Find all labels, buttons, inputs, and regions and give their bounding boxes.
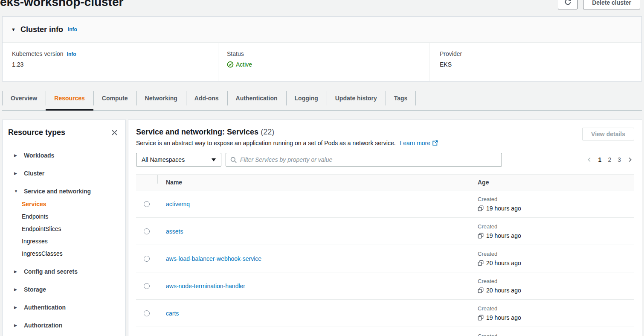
- copy-icon[interactable]: [478, 287, 484, 293]
- service-link[interactable]: aws-node-termination-handler: [166, 283, 245, 289]
- tab-update-history[interactable]: Update history: [327, 86, 386, 110]
- nav-group-cluster-label: Cluster: [24, 170, 44, 177]
- nav-item-services[interactable]: Services: [22, 201, 125, 207]
- active-tab-underline: [46, 109, 93, 111]
- services-filter: [226, 153, 502, 167]
- next-page-icon[interactable]: [627, 157, 632, 163]
- services-table-header: Name Age: [136, 174, 634, 190]
- chevron-right-icon: ▶: [14, 323, 18, 327]
- age-created-label: Created: [478, 278, 634, 284]
- age-value: 19 hours ago: [486, 232, 521, 239]
- chevron-right-icon: ▶: [14, 153, 18, 158]
- kubernetes-version-info-link[interactable]: Info: [67, 51, 76, 57]
- resource-types-panel: Resource types ▶ Workloads ▶ Cluster ▼ S…: [2, 120, 126, 336]
- column-header-age[interactable]: Age: [468, 179, 634, 186]
- refresh-icon: [564, 0, 571, 7]
- services-panel: Service and networking: Services (22) Se…: [128, 120, 642, 336]
- service-link[interactable]: activemq: [166, 201, 190, 207]
- service-link[interactable]: carts: [166, 310, 179, 317]
- nav-group-workloads[interactable]: ▶ Workloads: [3, 152, 125, 159]
- chevron-right-icon: ▶: [14, 269, 18, 274]
- tab-authentication[interactable]: Authentication: [227, 86, 286, 110]
- tab-networking[interactable]: Networking: [136, 86, 186, 110]
- page-number-2[interactable]: 2: [608, 156, 611, 163]
- status-value: Active: [236, 61, 252, 68]
- nav-group-config-and-secrets[interactable]: ▶ Config and secrets: [3, 268, 125, 275]
- nav-group-storage[interactable]: ▶ Storage: [3, 286, 125, 293]
- kubernetes-version-field: Kubernetes version Info 1.23: [3, 43, 218, 81]
- cluster-info-title: Cluster info: [20, 25, 63, 34]
- tab-resources[interactable]: Resources: [46, 86, 93, 110]
- cluster-info-card: ▼ Cluster info Info Kubernetes version I…: [2, 16, 642, 82]
- collapse-triangle-icon: ▼: [11, 27, 16, 32]
- row-radio[interactable]: [144, 228, 150, 234]
- table-row: activemq Created 19 hours ago: [136, 190, 634, 218]
- page-number-1[interactable]: 1: [598, 156, 602, 163]
- nav-group-authorization[interactable]: ▶ Authorization: [3, 322, 125, 329]
- tab-compute[interactable]: Compute: [93, 86, 136, 110]
- resource-types-nav: ▶ Workloads ▶ Cluster ▼ Service and netw…: [3, 152, 125, 329]
- row-radio[interactable]: [144, 201, 150, 207]
- services-filter-input[interactable]: [240, 156, 497, 163]
- page-title: eks-workshop-cluster: [0, 0, 123, 9]
- nav-group-storage-label: Storage: [24, 286, 46, 293]
- nav-item-endpoints[interactable]: Endpoints: [22, 213, 125, 220]
- nav-group-service-and-networking-label: Service and networking: [24, 188, 91, 195]
- age-created-label: Created: [478, 333, 634, 336]
- search-icon: [230, 157, 237, 163]
- namespace-select[interactable]: All Namespaces: [136, 153, 221, 167]
- nav-group-authorization-label: Authorization: [24, 322, 62, 329]
- age-created-label: Created: [478, 305, 634, 312]
- age-created-label: Created: [478, 196, 634, 202]
- nav-group-cluster[interactable]: ▶ Cluster: [3, 170, 125, 177]
- learn-more-label: Learn more: [400, 140, 430, 146]
- services-heading-text: Service and networking: Services: [136, 128, 258, 136]
- external-link-icon: [432, 140, 438, 146]
- tab-logging[interactable]: Logging: [286, 86, 327, 110]
- close-icon[interactable]: [110, 129, 119, 137]
- tab-tags[interactable]: Tags: [386, 86, 416, 110]
- age-value: 20 hours ago: [486, 287, 521, 294]
- nav-group-service-and-networking[interactable]: ▼ Service and networking: [3, 188, 125, 195]
- copy-icon[interactable]: [478, 315, 484, 321]
- service-link[interactable]: assets: [166, 228, 183, 235]
- nav-item-endpointslices[interactable]: EndpointSlices: [22, 225, 125, 232]
- cluster-info-info-link[interactable]: Info: [68, 26, 77, 32]
- pagination: 1 2 3: [587, 156, 634, 163]
- nav-item-ingressclasses[interactable]: IngressClasses: [22, 250, 125, 257]
- service-link[interactable]: aws-load-balancer-webhook-service: [166, 255, 261, 262]
- provider-field: Provider EKS: [429, 43, 641, 81]
- services-heading: Service and networking: Services (22): [136, 128, 438, 137]
- view-details-button[interactable]: View details: [582, 128, 634, 140]
- status-label: Status: [227, 50, 244, 57]
- provider-value: EKS: [440, 61, 641, 68]
- copy-icon[interactable]: [478, 233, 484, 239]
- row-radio[interactable]: [144, 283, 150, 289]
- resource-types-title: Resource types: [8, 128, 65, 137]
- copy-icon[interactable]: [478, 205, 484, 211]
- refresh-button[interactable]: [558, 0, 577, 9]
- services-table: Name Age activemq Created 19 hours ago a…: [136, 174, 634, 336]
- row-radio[interactable]: [144, 256, 150, 262]
- tab-overview[interactable]: Overview: [2, 86, 46, 110]
- chevron-down-icon: ▼: [14, 189, 18, 193]
- copy-icon[interactable]: [478, 260, 484, 266]
- table-row: assets Created 19 hours ago: [136, 218, 634, 245]
- services-count: (22): [261, 128, 274, 136]
- tab-resources-label: Resources: [54, 95, 85, 102]
- tab-add-ons[interactable]: Add-ons: [186, 86, 227, 110]
- page-number-3[interactable]: 3: [618, 156, 621, 163]
- age-created-label: Created: [478, 251, 634, 257]
- learn-more-link[interactable]: Learn more: [400, 140, 438, 146]
- header-actions: Delete cluster: [558, 0, 640, 9]
- nav-item-ingresses[interactable]: Ingresses: [22, 238, 125, 245]
- cluster-info-header[interactable]: ▼ Cluster info Info: [3, 17, 641, 43]
- chevron-right-icon: ▶: [14, 287, 18, 292]
- row-radio[interactable]: [144, 310, 150, 316]
- nav-group-authentication[interactable]: ▶ Authentication: [3, 304, 125, 311]
- kubernetes-version-label: Kubernetes version: [12, 50, 64, 57]
- previous-page-icon[interactable]: [587, 157, 592, 163]
- kubernetes-version-value: 1.23: [12, 61, 218, 68]
- delete-cluster-button[interactable]: Delete cluster: [583, 0, 640, 9]
- column-header-name[interactable]: Name: [157, 179, 468, 186]
